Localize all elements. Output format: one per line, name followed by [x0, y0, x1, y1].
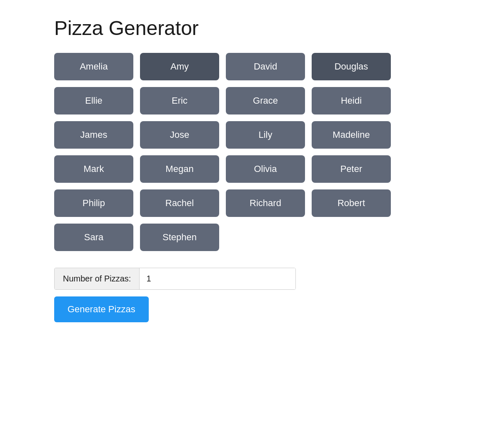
olivia-button[interactable]: Olivia	[226, 155, 305, 183]
david-button[interactable]: David	[226, 53, 305, 80]
grace-button[interactable]: Grace	[226, 87, 305, 114]
madeline-button[interactable]: Madeline	[312, 121, 391, 149]
pizza-count-section: Number of Pizzas: Generate Pizzas	[54, 268, 446, 322]
mark-button[interactable]: Mark	[54, 155, 133, 183]
names-grid: AmeliaAmyDavidDouglasEllieEricGraceHeidi…	[54, 53, 446, 251]
rachel-button[interactable]: Rachel	[140, 189, 219, 217]
megan-button[interactable]: Megan	[140, 155, 219, 183]
james-button[interactable]: James	[54, 121, 133, 149]
amy-button[interactable]: Amy	[140, 53, 219, 80]
pizza-count-label: Number of Pizzas:	[55, 268, 140, 289]
ellie-button[interactable]: Ellie	[54, 87, 133, 114]
generate-pizzas-button[interactable]: Generate Pizzas	[54, 296, 149, 322]
heidi-button[interactable]: Heidi	[312, 87, 391, 114]
peter-button[interactable]: Peter	[312, 155, 391, 183]
pizza-count-input[interactable]	[140, 268, 295, 289]
pizza-count-row: Number of Pizzas:	[54, 268, 296, 290]
jose-button[interactable]: Jose	[140, 121, 219, 149]
eric-button[interactable]: Eric	[140, 87, 219, 114]
sara-button[interactable]: Sara	[54, 224, 133, 251]
stephen-button[interactable]: Stephen	[140, 224, 219, 251]
robert-button[interactable]: Robert	[312, 189, 391, 217]
amelia-button[interactable]: Amelia	[54, 53, 133, 80]
richard-button[interactable]: Richard	[226, 189, 305, 217]
page-title: Pizza Generator	[54, 17, 446, 40]
philip-button[interactable]: Philip	[54, 189, 133, 217]
lily-button[interactable]: Lily	[226, 121, 305, 149]
douglas-button[interactable]: Douglas	[312, 53, 391, 80]
